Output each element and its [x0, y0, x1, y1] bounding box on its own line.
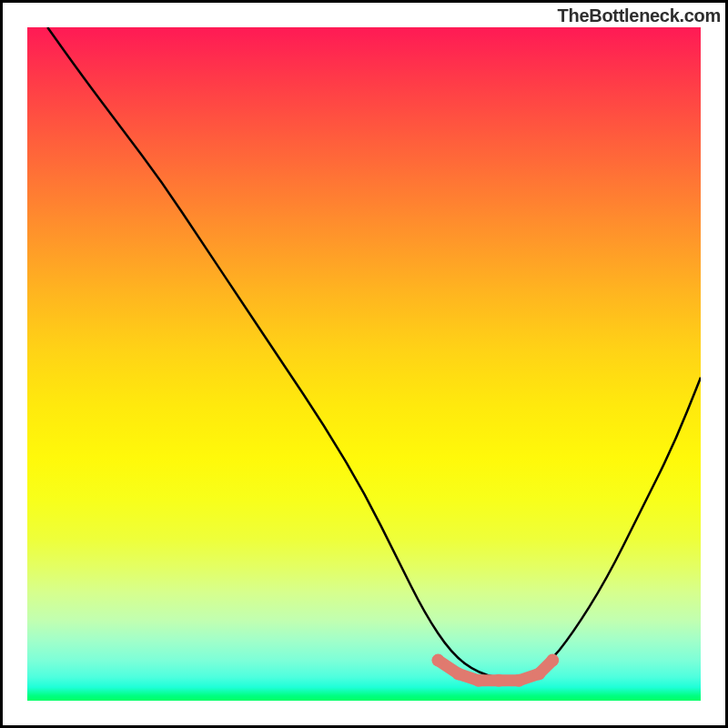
optimal-marker [546, 654, 559, 667]
plot-area [27, 27, 701, 701]
optimal-marker [532, 667, 545, 680]
optimal-marker [472, 674, 485, 687]
frame-border-top [0, 0, 728, 3]
bottleneck-curve [47, 27, 701, 678]
optimal-marker [452, 667, 465, 680]
optimal-marker [512, 674, 525, 687]
chart-svg [27, 27, 701, 701]
optimal-marker [492, 674, 505, 687]
optimal-marker [431, 654, 444, 667]
watermark-text: TheBottleneck.com [558, 5, 721, 26]
frame-border-left [0, 0, 3, 728]
chart-frame: TheBottleneck.com [0, 0, 728, 728]
optimal-zone-markers [431, 654, 559, 687]
